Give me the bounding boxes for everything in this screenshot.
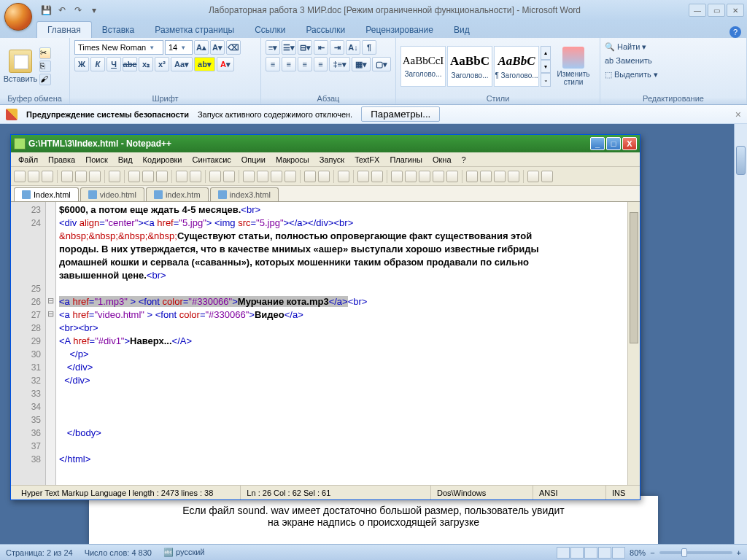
code-line[interactable]: </body> — [59, 427, 624, 440]
npp-toolbar-icon[interactable] — [75, 171, 87, 182]
indent-inc-button[interactable]: ⇥ — [330, 40, 344, 55]
format-painter-icon[interactable]: 🖌 — [39, 74, 51, 85]
style-item-0[interactable]: AaBbCcIЗаголово... — [400, 46, 446, 87]
npp-toolbar-icon[interactable] — [391, 171, 403, 182]
strike-button[interactable]: abc — [123, 57, 137, 71]
npp-menu-6[interactable]: Опции — [237, 154, 270, 166]
ribbon-tab-view[interactable]: Вид — [444, 22, 480, 38]
code-line[interactable] — [59, 387, 624, 400]
code-line[interactable]: породы. В них утверждается, что в качест… — [59, 243, 624, 256]
npp-toolbar-icon[interactable] — [156, 171, 168, 182]
npp-menu-11[interactable]: Окна — [428, 154, 456, 166]
replace-button[interactable]: abЗаменить — [605, 54, 742, 67]
align-left-button[interactable]: ≡ — [266, 57, 280, 71]
clear-format-button[interactable]: ⌫ — [226, 40, 241, 55]
npp-toolbar-icon[interactable] — [14, 171, 26, 182]
npp-editor[interactable]: 23242526272829303132333435363738 $6000, … — [11, 202, 640, 485]
show-marks-button[interactable]: ¶ — [362, 40, 376, 55]
npp-toolbar-icon[interactable] — [304, 171, 316, 182]
status-zoom[interactable]: 80% — [630, 548, 646, 557]
status-page[interactable]: Страница: 2 из 24 — [6, 548, 73, 557]
select-button[interactable]: ⬚Выделить ▾ — [605, 68, 742, 81]
npp-menu-3[interactable]: Вид — [114, 154, 137, 166]
security-close-icon[interactable]: × — [735, 109, 741, 120]
indent-dec-button[interactable]: ⇤ — [314, 40, 328, 55]
close-button[interactable]: ✕ — [727, 4, 744, 17]
npp-toolbar-icon[interactable] — [318, 171, 330, 182]
code-line[interactable]: </div> — [59, 361, 624, 374]
npp-menu-8[interactable]: Запуск — [315, 154, 349, 166]
highlight-button[interactable]: ab▾ — [194, 57, 215, 71]
ribbon-tab-home[interactable]: Главная — [36, 21, 92, 38]
security-options-button[interactable]: Параметры... — [361, 106, 440, 122]
npp-toolbar-icon[interactable] — [541, 171, 553, 182]
find-button[interactable]: 🔍Найти ▾ — [605, 40, 742, 53]
paste-button[interactable]: Вставить — [4, 40, 36, 93]
ribbon-tab-insert[interactable]: Вставка — [92, 22, 145, 38]
code-line[interactable]: завышенной цене.<br> — [59, 269, 624, 282]
qat-redo-icon[interactable]: ↷ — [71, 4, 85, 17]
status-words[interactable]: Число слов: 4 830 — [85, 548, 152, 557]
npp-toolbar-icon[interactable] — [433, 171, 444, 182]
line-spacing-button[interactable]: ‡≡▾ — [329, 57, 350, 71]
borders-button[interactable]: ▢▾ — [372, 57, 391, 71]
npp-tab-1[interactable]: video.html — [80, 187, 144, 201]
npp-menu-4[interactable]: Кодировки — [139, 154, 187, 166]
zoom-in-button[interactable]: + — [737, 548, 741, 557]
qat-undo-icon[interactable]: ↶ — [55, 4, 69, 17]
npp-menu-1[interactable]: Правка — [44, 154, 80, 166]
align-right-button[interactable]: ≡ — [298, 57, 312, 71]
npp-toolbar-icon[interactable] — [527, 171, 539, 182]
npp-tab-3[interactable]: index3.html — [210, 187, 279, 201]
qat-customize-icon[interactable]: ▾ — [88, 4, 101, 17]
ribbon-tab-layout[interactable]: Разметка страницы — [144, 22, 244, 38]
font-color-button[interactable]: A▾ — [217, 57, 234, 71]
npp-menu-10[interactable]: Плагины — [385, 154, 427, 166]
npp-toolbar-icon[interactable] — [446, 171, 458, 182]
npp-fold-column[interactable] — [46, 202, 56, 485]
npp-toolbar-icon[interactable] — [223, 171, 235, 182]
code-line[interactable] — [59, 440, 624, 453]
npp-toolbar-icon[interactable] — [209, 171, 221, 182]
maximize-button[interactable]: ▭ — [708, 4, 725, 17]
npp-toolbar-icon[interactable] — [109, 171, 120, 182]
subscript-button[interactable]: x₂ — [139, 57, 153, 71]
code-line[interactable]: <A href="#div1">Наверх...</A> — [59, 335, 624, 348]
justify-button[interactable]: ≡ — [314, 57, 328, 71]
styles-scroll[interactable]: ▴▾⌄ — [541, 46, 551, 87]
align-center-button[interactable]: ≡ — [282, 57, 296, 71]
bullets-button[interactable]: ≡▾ — [266, 40, 280, 55]
font-name-combo[interactable]: Times New Roman▼ — [74, 40, 163, 55]
npp-toolbar-icon[interactable] — [338, 171, 349, 182]
npp-toolbar-icon[interactable] — [357, 171, 369, 182]
style-item-2[interactable]: AaBbC¶ Заголово... — [494, 46, 539, 87]
status-lang[interactable]: 🔤 русский — [163, 548, 205, 557]
change-styles-button[interactable]: Изменить стили — [552, 47, 595, 86]
npp-toolbar-icon[interactable] — [285, 171, 296, 182]
ribbon-tab-review[interactable]: Рецензирование — [355, 22, 444, 38]
npp-toolbar-icon[interactable] — [89, 171, 101, 182]
code-line[interactable]: домашней кошки и сервала («саванны»), ко… — [59, 256, 624, 269]
change-case-button[interactable]: Aa▾ — [171, 57, 193, 71]
npp-menu-9[interactable]: TextFX — [350, 154, 384, 166]
font-size-combo[interactable]: 14▼ — [165, 40, 193, 55]
code-line[interactable]: <div align="center"><a href="5.jpg"> <im… — [59, 217, 624, 230]
npp-toolbar-icon[interactable] — [142, 171, 154, 182]
npp-titlebar[interactable]: G:\HTML\3\Index.html - Notepad++ _ □ X — [11, 135, 640, 152]
npp-code-area[interactable]: $6000, а потом еще ждать 4-5 месяцев.<br… — [56, 202, 627, 485]
minimize-button[interactable]: — — [689, 4, 706, 17]
code-line[interactable]: </html> — [59, 453, 624, 466]
grow-font-button[interactable]: A▴ — [194, 40, 209, 55]
npp-toolbar-icon[interactable] — [61, 171, 73, 182]
multilevel-button[interactable]: ⊟▾ — [298, 40, 312, 55]
npp-menu-0[interactable]: Файл — [14, 154, 42, 166]
ribbon-tab-mailings[interactable]: Рассылки — [295, 22, 355, 38]
npp-toolbar-icon[interactable] — [466, 171, 478, 182]
numbering-button[interactable]: ☰▾ — [282, 40, 296, 55]
npp-menu-2[interactable]: Поиск — [81, 154, 112, 166]
bold-button[interactable]: Ж — [74, 57, 89, 71]
underline-button[interactable]: Ч — [107, 57, 121, 71]
view-buttons[interactable] — [557, 547, 625, 559]
npp-toolbar-icon[interactable] — [128, 171, 140, 182]
npp-toolbar-icon[interactable] — [190, 171, 201, 182]
